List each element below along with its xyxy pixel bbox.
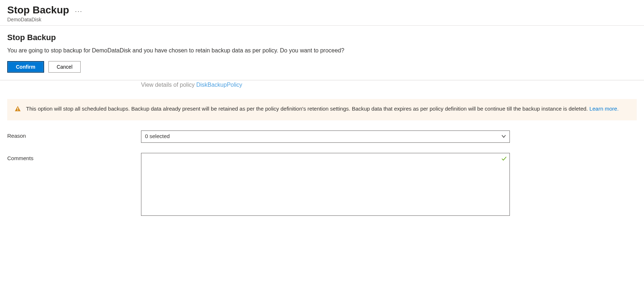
comments-row: Comments (7, 153, 637, 217)
confirm-button[interactable]: Confirm (7, 61, 44, 73)
warning-text: This option will stop all scheduled back… (26, 105, 619, 113)
page-subtitle: DemoDataDisk (7, 17, 637, 22)
confirm-title: Stop Backup (7, 33, 637, 42)
comments-label: Comments (7, 153, 141, 161)
policy-prefix: View details of policy (141, 82, 196, 88)
reason-select[interactable]: 0 selected (141, 130, 510, 143)
policy-line: View details of policy DiskBackupPolicy (141, 82, 637, 88)
cancel-button[interactable]: Cancel (48, 61, 81, 73)
reason-label: Reason (7, 130, 141, 139)
warning-message: This option will stop all scheduled back… (26, 106, 589, 112)
confirm-dialog: Stop Backup You are going to stop backup… (0, 26, 644, 80)
page-header: Stop Backup ··· DemoDataDisk (0, 0, 644, 26)
content-area: View details of policy DiskBackupPolicy … (0, 82, 644, 217)
warning-box: This option will stop all scheduled back… (7, 99, 637, 120)
svg-rect-1 (17, 110, 18, 111)
more-actions-icon[interactable]: ··· (75, 5, 82, 15)
reason-row: Reason 0 selected (7, 130, 637, 143)
button-row: Confirm Cancel (7, 61, 637, 73)
confirm-description: You are going to stop backup for DemoDat… (7, 47, 637, 54)
warning-icon (14, 106, 21, 115)
learn-more-link[interactable]: Learn more. (589, 106, 619, 112)
page-title: Stop Backup (7, 4, 69, 16)
policy-link[interactable]: DiskBackupPolicy (196, 82, 242, 88)
comments-textarea[interactable] (141, 153, 510, 216)
svg-rect-0 (17, 108, 18, 110)
